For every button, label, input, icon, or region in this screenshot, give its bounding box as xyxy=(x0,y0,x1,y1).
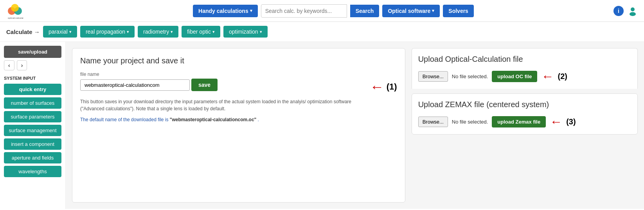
sidebar-item-number-of-surfaces[interactable]: number of surfaces xyxy=(4,97,61,109)
save-upload-button[interactable]: save/upload xyxy=(4,46,61,58)
info-icon[interactable]: i xyxy=(613,6,624,16)
browse-zemax-button[interactable]: Browse... xyxy=(418,117,448,127)
svg-point-5 xyxy=(630,12,636,16)
file-name-label: file name xyxy=(80,72,362,77)
upload-oc-card: Upload Optical-Calculation file Browse..… xyxy=(412,48,638,89)
description-text: This button saves in your download direc… xyxy=(80,98,362,112)
no-file-zemax-text: No file selected. xyxy=(452,119,488,125)
no-file-oc-text: No file selected. xyxy=(452,74,488,79)
calc-optimization-button[interactable]: optimization xyxy=(223,26,268,38)
svg-point-4 xyxy=(631,7,635,11)
file-name-input[interactable] xyxy=(80,79,190,91)
nav-next-button[interactable]: › xyxy=(17,60,27,70)
calculate-bar: Calculate → paraxial real propagation ra… xyxy=(0,22,644,42)
header-center: Handy calculations Search Optical softwa… xyxy=(53,4,613,18)
annotation-1: ← (1) xyxy=(370,80,397,94)
sidebar-item-quick-entry[interactable]: quick entry xyxy=(4,84,61,95)
right-cards: Upload Optical-Calculation file Browse..… xyxy=(412,48,638,203)
solvers-button[interactable]: Solvers xyxy=(443,5,474,17)
logo-area: optical-calculation xyxy=(6,2,53,20)
handy-calculations-button[interactable]: Handy calculations xyxy=(193,5,258,17)
default-name-bold: "webmasteroptical-calculationcom.oc" xyxy=(170,117,256,122)
sidebar-item-surface-parameters[interactable]: surface parameters xyxy=(4,111,61,122)
svg-point-2 xyxy=(11,4,19,12)
default-name-end: . xyxy=(256,117,259,122)
upload-oc-row: Browse... No file selected. upload OC fi… xyxy=(418,70,631,83)
red-arrow-1: ← xyxy=(370,80,384,94)
annotation-3-label: (3) xyxy=(566,117,576,126)
sidebar: save/upload ‹ › SYSTEM INPUT quick entry… xyxy=(0,42,66,209)
header-right: i xyxy=(613,6,638,16)
red-arrow-2: ← xyxy=(541,70,554,83)
user-icon[interactable] xyxy=(628,6,638,16)
content-area: Name your project and save it file name … xyxy=(66,42,644,209)
system-input-label: SYSTEM INPUT xyxy=(4,76,61,81)
default-name-text: The default name of the downloaded file … xyxy=(80,116,362,123)
nav-arrows: ‹ › xyxy=(4,60,61,70)
upload-zemax-card: Upload ZEMAX file (centered system) Brow… xyxy=(412,93,638,135)
calc-radiometry-button[interactable]: radiometry xyxy=(138,26,178,38)
upload-zemax-button[interactable]: upload Zemax file xyxy=(492,116,546,127)
nav-prev-button[interactable]: ‹ xyxy=(4,60,14,70)
upload-oc-title: Upload Optical-Calculation file xyxy=(418,55,631,64)
calc-fiber-optic-button[interactable]: fiber optic xyxy=(182,26,220,38)
calculate-label: Calculate → xyxy=(6,29,40,35)
search-input[interactable] xyxy=(261,4,347,18)
red-arrow-3: ← xyxy=(550,115,562,128)
sidebar-item-wavelengths[interactable]: wavelengths xyxy=(4,166,61,177)
upload-zemax-title: Upload ZEMAX file (centered system) xyxy=(418,100,631,109)
annotation-2-label: (2) xyxy=(558,72,567,81)
upload-zemax-row: Browse... No file selected. upload Zemax… xyxy=(418,115,631,128)
sidebar-item-aperture-and-fields[interactable]: aperture and fields xyxy=(4,152,61,163)
save-button[interactable]: save xyxy=(191,79,218,91)
sidebar-item-surface-management[interactable]: surface management xyxy=(4,125,61,136)
save-project-title: Name your project and save it xyxy=(80,56,362,65)
calc-real-propagation-button[interactable]: real propagation xyxy=(80,26,135,38)
sidebar-item-insert-a-component[interactable]: insert a component xyxy=(4,138,61,150)
header: optical-calculation Handy calculations S… xyxy=(0,0,644,22)
default-name-prefix: The default name of the downloaded file … xyxy=(80,117,170,122)
search-button[interactable]: Search xyxy=(350,5,380,17)
main-layout: save/upload ‹ › SYSTEM INPUT quick entry… xyxy=(0,42,644,209)
optical-software-button[interactable]: Optical software xyxy=(382,5,440,17)
annotation-1-label: (1) xyxy=(387,82,397,92)
logo-icon: optical-calculation xyxy=(6,2,23,20)
svg-text:optical-calculation: optical-calculation xyxy=(8,17,23,19)
browse-oc-button[interactable]: Browse... xyxy=(418,71,448,82)
calc-paraxial-button[interactable]: paraxial xyxy=(43,26,77,38)
upload-oc-button[interactable]: upload OC file xyxy=(492,71,537,82)
save-project-card: Name your project and save it file name … xyxy=(72,48,405,203)
